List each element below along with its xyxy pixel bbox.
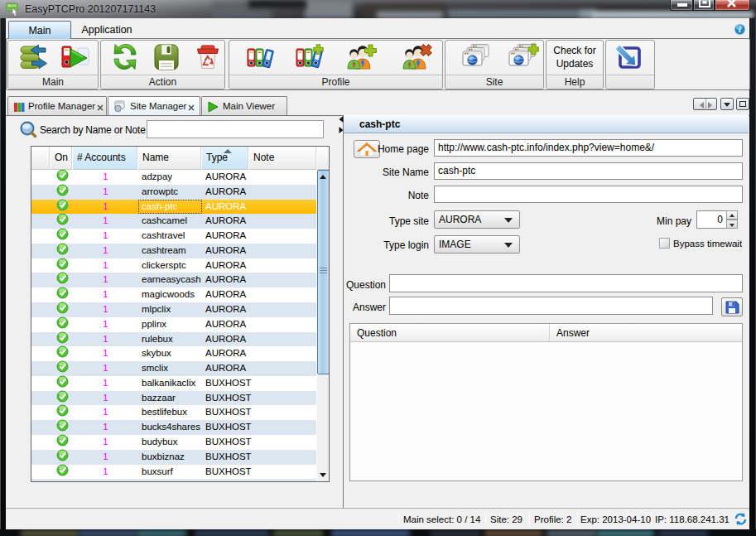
svg-text:i: i (739, 25, 741, 34)
